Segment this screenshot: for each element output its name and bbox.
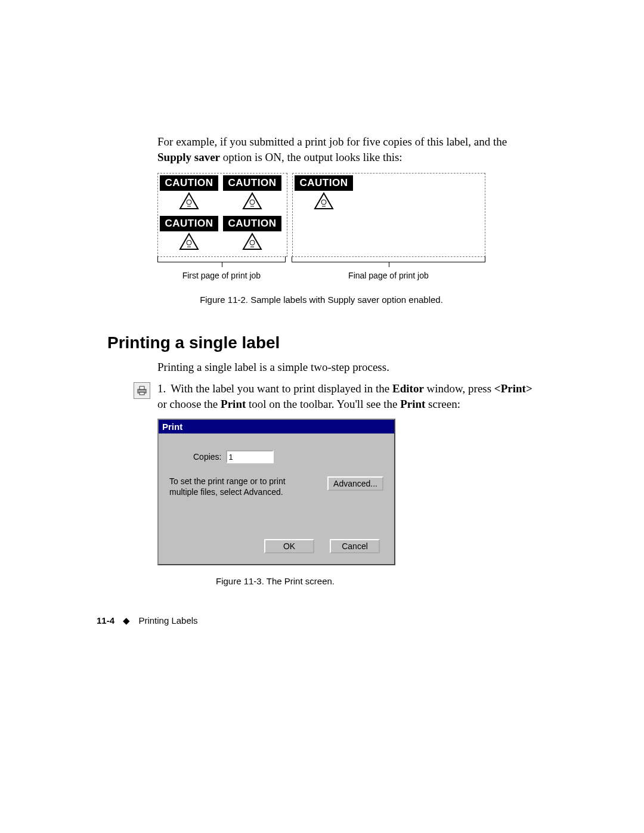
advanced-button[interactable]: Advanced... [327,476,383,491]
warning-triangle-icon [179,233,199,250]
figure-11-2: CAUTION CAUTION CAUTION CAUTION [157,173,485,305]
copies-input[interactable] [226,450,274,463]
first-page-label: First page of print job [157,271,286,280]
copies-label: Copies: [193,452,221,462]
figure-11-3-caption: Figure 11-3. The Print screen. [157,576,393,586]
warning-triangle-icon [242,192,262,210]
printer-icon [134,382,150,399]
advanced-hint-text: To set the print range or to print multi… [169,476,304,497]
intro-paragraph: For example, if you submitted a print jo… [157,134,537,165]
caution-label: CAUTION [224,216,281,252]
first-print-page: CAUTION CAUTION CAUTION CAUTION [157,173,287,257]
cancel-button[interactable]: Cancel [330,539,380,553]
ok-button[interactable]: OK [264,539,314,553]
warning-triangle-icon [179,192,199,210]
caution-label: CAUTION [295,176,352,212]
caution-label: CAUTION [160,176,218,212]
final-page-label: Final page of print job [292,271,485,280]
dialog-titlebar: Print [159,420,394,433]
step-1-text: 1.With the label you want to print displ… [157,381,537,411]
section-heading: Printing a single label [107,333,537,352]
page-footer: 11-4 ◆ Printing Labels [97,615,198,626]
print-dialog: Print Copies: To set the print range or … [157,419,395,565]
warning-triangle-icon [314,192,334,210]
final-print-page: CAUTION [292,173,485,257]
warning-triangle-icon [242,233,262,250]
caution-label: CAUTION [160,216,218,252]
svg-rect-16 [140,386,144,389]
intro-sentence: Printing a single label is a simple two-… [157,360,537,375]
figure-11-2-caption: Figure 11-2. Sample labels with Supply s… [157,295,485,305]
caution-label: CAUTION [224,176,281,212]
svg-rect-17 [140,392,144,395]
